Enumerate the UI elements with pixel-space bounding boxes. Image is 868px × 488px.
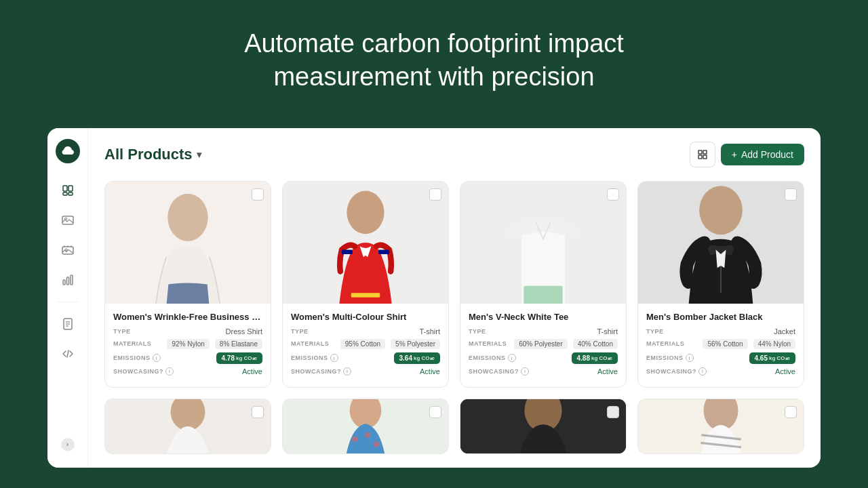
sidebar-item-gallery[interactable] <box>54 237 81 264</box>
product-name-4: Men's Bomber Jacket Black <box>646 312 795 322</box>
materials-tags-4: 56% Cotton 44% Nylon <box>700 339 795 349</box>
material-tag-1a: 92% Nylon <box>167 339 209 349</box>
materials-row-4: MATERIALS 56% Cotton 44% Nylon <box>646 339 795 349</box>
svg-rect-0 <box>63 186 67 191</box>
product-card-5[interactable] <box>104 399 271 454</box>
grid-view-button[interactable] <box>690 142 715 167</box>
emissions-value-4: 4.65 <box>755 354 768 362</box>
sidebar-item-analytics[interactable] <box>54 266 81 293</box>
svg-rect-9 <box>66 277 68 285</box>
product-name-2: Women's Multi-Colour Shirt <box>291 312 440 322</box>
card-checkbox-4[interactable] <box>785 188 797 201</box>
svg-rect-2 <box>63 192 67 195</box>
type-row-4: TYPE Jacket <box>646 327 795 336</box>
material-tag-3a: 60% Polyester <box>514 339 567 349</box>
materials-label-2: MATERIALS <box>291 340 329 347</box>
emissions-unit-1: kg CO₂e <box>236 355 257 361</box>
sidebar-collapse-button[interactable]: › <box>61 438 75 451</box>
product-card-6[interactable] <box>282 399 449 454</box>
svg-rect-24 <box>351 293 380 297</box>
emissions-badge-1: 4.78 kg CO₂e <box>216 352 262 364</box>
product-card-8[interactable] <box>637 399 804 454</box>
showcasing-status-3: Active <box>597 367 618 375</box>
emissions-label-3: EMISSIONS <box>469 354 506 361</box>
svg-point-23 <box>347 190 384 234</box>
product-image-8 <box>638 399 804 453</box>
product-card-7[interactable] <box>460 399 627 454</box>
app-window: › All Products ▾ + Ad <box>47 128 821 468</box>
showcasing-row-4: SHOWCASING? i Active <box>646 367 795 375</box>
material-tag-2b: 5% Polyester <box>391 339 440 349</box>
card-checkbox-8[interactable] <box>785 406 797 418</box>
emissions-value-3: 4.88 <box>577 354 590 362</box>
svg-rect-29 <box>524 285 562 303</box>
card-checkbox-1[interactable] <box>252 188 264 201</box>
sidebar-item-images[interactable] <box>54 207 81 234</box>
product-info-2: Women's Multi-Colour Shirt TYPE T-shirt … <box>283 304 448 387</box>
sidebar-item-api[interactable] <box>54 340 81 367</box>
type-value-2: T-shirt <box>419 327 440 336</box>
emissions-label-2: EMISSIONS <box>291 354 328 361</box>
showcasing-row-2: SHOWCASING? i Active <box>291 367 440 375</box>
card-checkbox-5[interactable] <box>252 406 264 418</box>
svg-rect-16 <box>698 150 702 154</box>
materials-row-2: MATERIALS 95% Cotton 5% Polyester <box>291 339 440 349</box>
svg-rect-26 <box>378 249 389 253</box>
materials-tags-2: 95% Cotton 5% Polyester <box>338 339 440 349</box>
showcasing-status-1: Active <box>242 367 262 375</box>
card-checkbox-7[interactable] <box>607 406 619 418</box>
sidebar-item-docs[interactable] <box>54 310 81 338</box>
add-product-button[interactable]: + Add Product <box>721 144 804 165</box>
type-label-3: TYPE <box>469 328 486 335</box>
product-image-3 <box>460 182 626 304</box>
chevron-down-icon: ▾ <box>197 149 201 160</box>
emissions-value-1: 4.78 <box>222 354 235 362</box>
emissions-label-1: EMISSIONS <box>113 354 151 361</box>
showcasing-status-2: Active <box>420 367 440 375</box>
emissions-label-4: EMISSIONS <box>646 354 684 361</box>
product-info-1: Women's Wrinkle-Free Business S... TYPE … <box>105 304 271 387</box>
emissions-label-row-1: EMISSIONS i <box>113 354 161 362</box>
type-label-2: TYPE <box>291 328 309 335</box>
product-image-2 <box>283 182 448 304</box>
type-value-3: T-shirt <box>597 327 618 336</box>
materials-label-3: MATERIALS <box>469 340 507 347</box>
emissions-badge-3: 4.88 kg CO₂e <box>572 352 618 364</box>
materials-tags-3: 60% Polyester 40% Cotton <box>511 339 618 349</box>
svg-rect-18 <box>698 155 702 159</box>
svg-line-15 <box>67 350 68 357</box>
svg-point-37 <box>352 436 357 442</box>
showcasing-label-4: SHOWCASING? <box>646 368 696 375</box>
card-checkbox-6[interactable] <box>429 406 441 418</box>
card-checkbox-2[interactable] <box>429 188 441 201</box>
showcasing-info-icon-4: i <box>698 367 707 375</box>
showcasing-label-3: SHOWCASING? <box>469 368 519 375</box>
product-image-6 <box>283 399 448 453</box>
type-row-1: TYPE Dress Shirt <box>113 327 262 336</box>
hero-section: Automate carbon footprint impact measure… <box>0 0 868 128</box>
svg-rect-25 <box>342 249 353 253</box>
svg-rect-17 <box>703 150 707 154</box>
product-card-2[interactable]: Women's Multi-Colour Shirt TYPE T-shirt … <box>282 181 449 388</box>
sidebar-item-products[interactable] <box>54 177 81 204</box>
type-value-1: Dress Shirt <box>226 327 262 336</box>
add-icon: + <box>732 149 737 160</box>
product-card-3[interactable]: Men's V-Neck White Tee TYPE T-shirt MATE… <box>460 181 627 388</box>
product-card-4[interactable]: Men's Bomber Jacket Black TYPE Jacket MA… <box>637 181 804 388</box>
logo <box>56 139 80 163</box>
product-card-1[interactable]: Women's Wrinkle-Free Business S... TYPE … <box>104 181 271 388</box>
page-title[interactable]: All Products ▾ <box>104 146 201 163</box>
product-grid-row2 <box>104 399 804 454</box>
product-image-7 <box>460 399 626 453</box>
svg-rect-8 <box>63 280 65 285</box>
emissions-row-1: EMISSIONS i 4.78 kg CO₂e <box>113 352 262 364</box>
type-value-4: Jacket <box>774 327 795 336</box>
card-checkbox-3[interactable] <box>607 188 619 201</box>
sidebar-divider <box>58 302 78 302</box>
emissions-unit-4: kg CO₂e <box>769 355 790 361</box>
hero-title: Automate carbon footprint impact measure… <box>203 27 665 94</box>
emissions-row-2: EMISSIONS i 3.64 kg CO₂e <box>291 352 440 364</box>
showcasing-row-3: SHOWCASING? i Active <box>469 367 618 375</box>
svg-rect-19 <box>703 155 707 159</box>
showcasing-label-1: SHOWCASING? <box>113 368 163 375</box>
